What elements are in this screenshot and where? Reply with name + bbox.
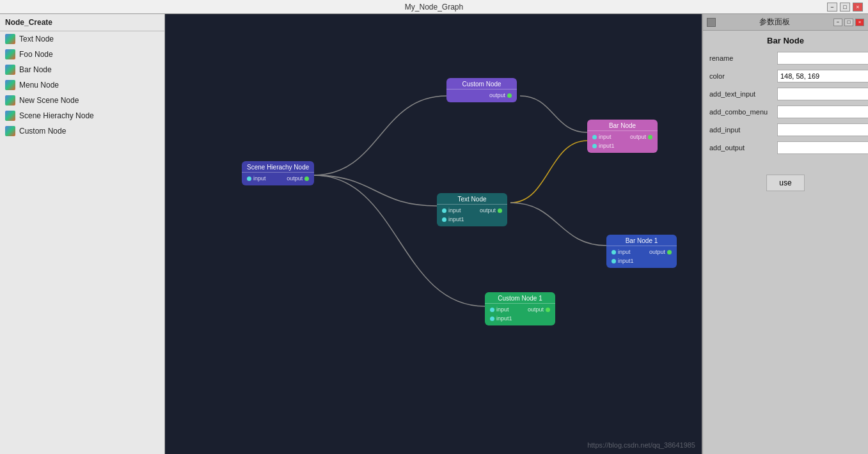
- input-port[interactable]: input1: [490, 315, 512, 322]
- sidebar-item-label: Bar Node: [19, 65, 52, 74]
- props-window-controls: − □ ×: [833, 19, 864, 26]
- node-type-icon: [5, 80, 15, 90]
- props-field-label: add_text_input: [709, 90, 773, 98]
- node-type-icon: [5, 95, 15, 106]
- props-field-label: color: [709, 72, 773, 80]
- props-field-label: add_input: [709, 126, 773, 134]
- props-field-input[interactable]: [777, 88, 868, 100]
- title-bar: My_Node_Graph − □ ×: [0, 0, 868, 14]
- sidebar-item[interactable]: Menu Node: [0, 77, 164, 93]
- sidebar-items-container: Text NodeFoo NodeBar NodeMenu NodeNew Sc…: [0, 31, 164, 139]
- node-body: inputinput1output: [587, 131, 658, 153]
- graph-node[interactable]: Text Nodeinputinput1output: [437, 193, 507, 226]
- node-title: Bar Node: [587, 120, 658, 130]
- props-title: 参数面板: [716, 17, 833, 27]
- graph-node[interactable]: Custom Node 1inputinput1output: [485, 292, 555, 325]
- props-minimize-button[interactable]: −: [833, 19, 842, 26]
- graph-node[interactable]: Scene Hierachy Nodeinputoutput: [242, 161, 314, 185]
- input-port[interactable]: input: [592, 134, 615, 140]
- node-title: Bar Node 1: [606, 235, 677, 246]
- props-field-input[interactable]: [777, 141, 868, 154]
- node-type-icon: [5, 126, 15, 136]
- node-type-icon: [5, 34, 15, 44]
- sidebar-item[interactable]: Bar Node: [0, 62, 164, 77]
- props-field-input[interactable]: [777, 52, 868, 65]
- props-title-bar: 参数面板 − □ ×: [703, 14, 868, 31]
- graph-node[interactable]: Custom Nodeoutput: [446, 78, 517, 102]
- node-title: Scene Hierachy Node: [242, 161, 314, 172]
- graph-node[interactable]: Bar Nodeinputinput1output: [587, 120, 658, 153]
- props-field-label: add_output: [709, 144, 773, 152]
- props-field-label: rename: [709, 54, 773, 62]
- props-fields: renamecoloradd_text_inputadd_combo_menua…: [703, 49, 868, 162]
- output-port[interactable]: output: [489, 92, 512, 98]
- props-field-input[interactable]: [777, 106, 868, 118]
- close-button[interactable]: ×: [853, 3, 863, 12]
- input-port[interactable]: input1: [442, 216, 464, 223]
- node-title: Custom Node 1: [485, 292, 555, 303]
- sidebar: Node_Create Text NodeFoo NodeBar NodeMen…: [0, 14, 165, 454]
- sidebar-item[interactable]: New Scene Node: [0, 93, 164, 108]
- sidebar-header: Node_Create: [0, 14, 164, 31]
- graph-node[interactable]: Bar Node 1inputinput1output: [606, 235, 677, 268]
- input-port[interactable]: input1: [592, 143, 615, 149]
- minimize-button[interactable]: −: [827, 3, 837, 12]
- node-body: inputinput1output: [606, 246, 677, 268]
- sidebar-item-label: Menu Node: [19, 81, 59, 90]
- canvas-area[interactable]: Custom NodeoutputScene Hierachy Nodeinpu…: [165, 14, 702, 454]
- sidebar-item[interactable]: Text Node: [0, 31, 164, 47]
- props-field-input[interactable]: [777, 123, 868, 136]
- props-field-input[interactable]: [777, 70, 868, 82]
- node-type-icon: [5, 49, 15, 59]
- sidebar-item-label: Scene Hierachy Node: [19, 111, 94, 120]
- sidebar-item-label: Foo Node: [19, 50, 53, 59]
- node-title: Text Node: [437, 193, 507, 204]
- input-port[interactable]: input1: [612, 258, 634, 264]
- output-port[interactable]: output: [287, 175, 309, 182]
- sidebar-item[interactable]: Foo Node: [0, 47, 164, 62]
- sidebar-item[interactable]: Scene Hierachy Node: [0, 108, 164, 123]
- window-controls: − □ ×: [827, 3, 863, 12]
- output-port[interactable]: output: [630, 134, 652, 140]
- node-body: inputinput1output: [485, 304, 555, 325]
- props-field-row: rename: [709, 52, 862, 65]
- props-field-label: add_combo_menu: [709, 108, 773, 116]
- maximize-button[interactable]: □: [840, 3, 850, 12]
- props-field-row: add_input: [709, 123, 862, 136]
- input-port[interactable]: input: [490, 306, 512, 313]
- props-icon: [707, 18, 716, 27]
- props-close-button[interactable]: ×: [855, 19, 864, 26]
- node-body: inputinput1output: [437, 205, 507, 226]
- sidebar-item-label: Text Node: [19, 35, 54, 43]
- input-port[interactable]: input: [247, 175, 266, 182]
- props-field-row: add_output: [709, 141, 862, 154]
- props-node-name: Bar Node: [703, 31, 868, 49]
- nodes-container: Custom NodeoutputScene Hierachy Nodeinpu…: [165, 14, 702, 454]
- output-port[interactable]: output: [649, 249, 672, 255]
- input-port[interactable]: input: [612, 249, 634, 255]
- props-field-row: color: [709, 70, 862, 82]
- output-port[interactable]: output: [480, 207, 502, 214]
- props-maximize-button[interactable]: □: [844, 19, 853, 26]
- output-port[interactable]: output: [528, 306, 550, 313]
- node-type-icon: [5, 111, 15, 121]
- window-title: My_Node_Graph: [405, 3, 463, 12]
- main-layout: Node_Create Text NodeFoo NodeBar NodeMen…: [0, 14, 868, 454]
- sidebar-item[interactable]: Custom Node: [0, 123, 164, 139]
- sidebar-item-label: New Scene Node: [19, 96, 79, 105]
- node-title: Custom Node: [446, 78, 517, 89]
- node-body: output: [446, 90, 517, 102]
- sidebar-item-label: Custom Node: [19, 127, 66, 136]
- node-body: inputoutput: [242, 173, 314, 185]
- use-button[interactable]: use: [766, 175, 805, 191]
- input-port[interactable]: input: [442, 207, 464, 214]
- props-field-row: add_text_input: [709, 88, 862, 100]
- props-field-row: add_combo_menu: [709, 106, 862, 118]
- node-type-icon: [5, 65, 15, 75]
- properties-panel: 参数面板 − □ × Bar Node renamecoloradd_text_…: [702, 14, 868, 454]
